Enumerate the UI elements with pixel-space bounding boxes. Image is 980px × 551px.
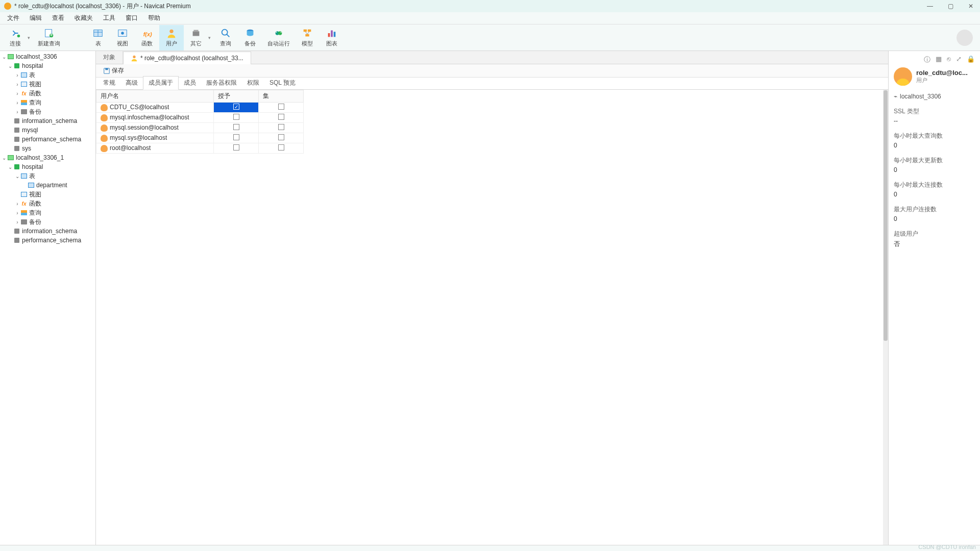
caret-icon[interactable]: › <box>14 91 20 96</box>
vertical-scrollbar[interactable] <box>883 90 888 545</box>
grant-cell[interactable] <box>214 113 259 123</box>
link-icon[interactable]: ⎋ <box>947 55 951 64</box>
toolbar-autorun-button[interactable]: 自动运行 <box>262 25 295 51</box>
info-icon[interactable]: ⓘ <box>924 55 930 64</box>
set-checkbox[interactable] <box>278 134 284 140</box>
table-row[interactable]: CDTU_CS@localhost <box>96 103 304 113</box>
grant-checkbox[interactable] <box>233 144 239 151</box>
tree-item-15[interactable]: 视图 <box>0 190 95 199</box>
table-row[interactable]: mysql.sys@localhost <box>96 133 304 143</box>
set-checkbox[interactable] <box>278 144 284 151</box>
tree-item-5[interactable]: ›查询 <box>0 98 95 107</box>
tree-item-18[interactable]: ›备份 <box>0 217 95 227</box>
table-row[interactable]: mysql.session@localhost <box>96 123 304 133</box>
set-checkbox[interactable] <box>278 114 284 120</box>
subtab-1[interactable]: 高级 <box>120 77 143 89</box>
toolbar-new-query-button[interactable]: +新建查询 <box>33 25 65 51</box>
grid-icon[interactable]: ▦ <box>936 55 942 64</box>
menu-6[interactable]: 帮助 <box>143 12 165 24</box>
tree-item-0[interactable]: ⌄localhost_3306 <box>0 52 95 61</box>
close-button[interactable]: ✕ <box>966 3 976 10</box>
tab-current-user[interactable]: * role_cdtu@localhost (localhost_33... <box>123 52 251 64</box>
tree-item-2[interactable]: ›表 <box>0 70 95 80</box>
caret-icon[interactable]: ⌄ <box>1 54 7 60</box>
set-cell[interactable] <box>259 123 304 133</box>
caret-icon[interactable]: › <box>14 201 20 207</box>
set-checkbox[interactable] <box>278 104 284 110</box>
col-header[interactable]: 用户名 <box>96 90 214 103</box>
subtab-5[interactable]: 权限 <box>242 77 264 89</box>
col-header[interactable]: 集 <box>259 90 304 103</box>
toolbar-function-button[interactable]: f(x)函数 <box>135 25 159 51</box>
tree-item-14[interactable]: department <box>0 181 95 190</box>
menu-2[interactable]: 查看 <box>47 12 69 24</box>
profile-avatar[interactable] <box>957 30 973 46</box>
set-cell[interactable] <box>259 133 304 143</box>
tree-item-4[interactable]: ›fx函数 <box>0 89 95 98</box>
caret-icon[interactable]: › <box>14 219 20 225</box>
tree-item-11[interactable]: ⌄localhost_3306_1 <box>0 153 95 162</box>
menu-0[interactable]: 文件 <box>2 12 24 24</box>
toolbar-view-button[interactable]: 视图 <box>110 25 135 51</box>
grant-checkbox[interactable] <box>233 114 239 120</box>
lock-icon[interactable]: 🔒 <box>967 55 975 64</box>
set-cell[interactable] <box>259 143 304 154</box>
grant-cell[interactable] <box>214 123 259 133</box>
toolbar-other-button[interactable]: 其它 <box>184 25 208 51</box>
grant-checkbox[interactable] <box>233 134 239 140</box>
user-cell[interactable]: CDTU_CS@localhost <box>96 103 214 113</box>
tree-item-1[interactable]: ⌄hospital <box>0 61 95 70</box>
tab-objects[interactable]: 对象 <box>96 51 123 64</box>
subtab-0[interactable]: 常规 <box>98 77 120 89</box>
menu-1[interactable]: 编辑 <box>24 12 47 24</box>
subtab-2[interactable]: 成员属于 <box>143 76 179 90</box>
grant-checkbox[interactable] <box>233 124 239 130</box>
tree-item-7[interactable]: information_schema <box>0 116 95 126</box>
caret-icon[interactable]: ⌄ <box>1 155 7 161</box>
subtab-4[interactable]: 服务器权限 <box>201 77 242 89</box>
caret-icon[interactable]: › <box>14 82 20 87</box>
expand-icon[interactable]: ⤢ <box>956 55 962 64</box>
tree-item-20[interactable]: performance_schema <box>0 236 95 245</box>
subtab-3[interactable]: 成员 <box>179 77 201 89</box>
save-button[interactable]: 保存 <box>100 65 127 76</box>
toolbar-backup-button[interactable]: 备份 <box>238 25 262 51</box>
caret-icon[interactable]: › <box>14 210 20 216</box>
user-cell[interactable]: mysql.sys@localhost <box>96 133 214 143</box>
dropdown-caret[interactable]: ▾ <box>28 35 33 40</box>
caret-icon[interactable]: › <box>14 72 20 78</box>
tree-item-19[interactable]: information_schema <box>0 227 95 236</box>
dropdown-caret[interactable]: ▾ <box>208 35 213 40</box>
toolbar-model-button[interactable]: 模型 <box>295 25 320 51</box>
table-row[interactable]: root@localhost <box>96 143 304 154</box>
tree-item-8[interactable]: mysql <box>0 126 95 135</box>
menu-3[interactable]: 收藏夹 <box>69 12 98 24</box>
grant-checkbox[interactable] <box>233 104 239 110</box>
maximize-button[interactable]: ▢ <box>945 3 955 10</box>
table-row[interactable]: mysql.infoschema@localhost <box>96 113 304 123</box>
tree-item-3[interactable]: ›视图 <box>0 80 95 89</box>
col-header[interactable]: 授予 <box>214 90 259 103</box>
members-grid[interactable]: 用户名授予集CDTU_CS@localhostmysql.infoschema@… <box>96 90 304 545</box>
caret-icon[interactable]: ⌄ <box>14 173 20 179</box>
tree-item-6[interactable]: ›备份 <box>0 107 95 116</box>
caret-icon[interactable]: › <box>14 100 20 106</box>
tree-item-16[interactable]: ›fx函数 <box>0 199 95 208</box>
caret-icon[interactable]: ⌄ <box>7 63 13 69</box>
sidebar-tree[interactable]: ⌄localhost_3306⌄hospital›表›视图›fx函数›查询›备份… <box>0 51 96 545</box>
user-cell[interactable]: mysql.infoschema@localhost <box>96 113 214 123</box>
tree-item-9[interactable]: performance_schema <box>0 135 95 144</box>
toolbar-table-button[interactable]: 表 <box>86 25 110 51</box>
toolbar-connect-button[interactable]: 连接 <box>3 25 28 51</box>
tree-item-12[interactable]: ⌄hospital <box>0 162 95 171</box>
tree-item-17[interactable]: ›查询 <box>0 208 95 217</box>
tree-item-10[interactable]: sys <box>0 144 95 153</box>
toolbar-user-button[interactable]: 用户 <box>159 25 184 51</box>
menu-5[interactable]: 窗口 <box>120 12 143 24</box>
toolbar-chart-button[interactable]: 图表 <box>320 25 344 51</box>
set-cell[interactable] <box>259 103 304 113</box>
menu-4[interactable]: 工具 <box>98 12 120 24</box>
grant-cell[interactable] <box>214 133 259 143</box>
grant-cell[interactable] <box>214 103 259 113</box>
scrollbar-thumb[interactable] <box>884 90 888 341</box>
